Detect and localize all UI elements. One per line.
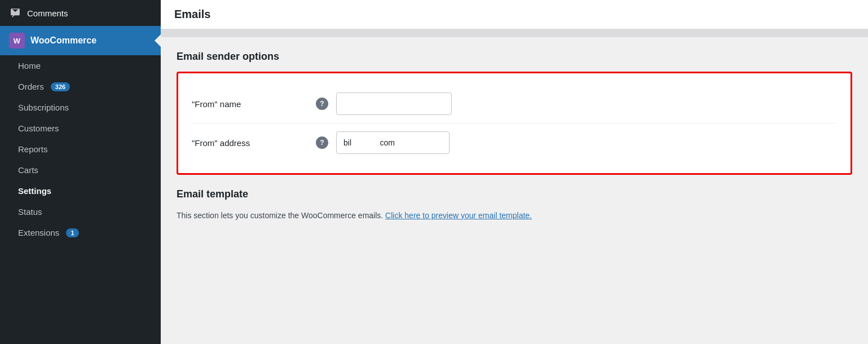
sidebar-item-extensions-badge: 1 [66,228,78,237]
sidebar-item-status-label: Status [18,207,42,217]
sidebar-item-orders[interactable]: Orders326 [0,76,161,97]
page-title-bar: Emails [161,0,868,29]
sidebar-item-reports-label: Reports [18,144,48,154]
sidebar-item-woocommerce[interactable]: W WooCommerce [0,26,161,55]
from-name-help-icon[interactable]: ? [316,98,328,110]
sidebar-nav: HomeOrders326SubscriptionsCustomersRepor… [0,55,161,243]
sidebar-item-carts-label: Carts [18,165,38,175]
email-template-section: Email template This section lets you cus… [177,188,852,222]
sidebar-item-extensions-label: Extensions [18,228,59,237]
from-name-label: "From" name [192,99,316,109]
email-sender-heading: Email sender options [177,51,852,63]
sidebar-item-settings-label: Settings [18,186,51,196]
email-template-heading: Email template [177,188,852,200]
template-description: This section lets you customize the WooC… [177,209,852,222]
from-name-input[interactable] [336,92,452,115]
preview-template-link[interactable]: Click here to preview your email templat… [385,211,532,220]
page-title: Emails [174,8,210,20]
sidebar: Comments W WooCommerce HomeOrders326Subs… [0,0,161,344]
sidebar-item-settings[interactable]: Settings [0,180,161,201]
sidebar-item-subscriptions[interactable]: Subscriptions [0,97,161,118]
sidebar-item-home-label: Home [18,61,41,70]
main-content: Emails Email sender options "From" name … [161,0,868,344]
sidebar-item-orders-badge: 326 [51,82,70,91]
sidebar-item-home[interactable]: Home [0,55,161,76]
woo-icon: W [9,33,25,48]
sidebar-item-comments[interactable]: Comments [0,0,161,26]
comments-label: Comments [27,8,68,18]
content-area: Email sender options "From" name ? "From… [161,37,868,344]
from-address-label: "From" address [192,138,316,148]
top-gray-bar [161,29,868,37]
email-sender-box: "From" name ? "From" address ? [177,72,852,175]
comment-icon [9,7,21,19]
sidebar-item-customers-label: Customers [18,124,59,133]
from-address-row: "From" address ? [192,123,837,162]
sidebar-item-customers[interactable]: Customers [0,118,161,139]
from-address-input[interactable] [336,131,450,154]
woo-label: WooCommerce [30,36,96,46]
sidebar-item-status[interactable]: Status [0,201,161,222]
sidebar-item-extensions[interactable]: Extensions1 [0,222,161,243]
sidebar-item-orders-label: Orders [18,82,44,91]
from-name-row: "From" name ? [192,85,837,123]
from-address-help-icon[interactable]: ? [316,136,328,149]
sidebar-item-subscriptions-label: Subscriptions [18,103,69,112]
sidebar-item-carts[interactable]: Carts [0,160,161,180]
sidebar-item-reports[interactable]: Reports [0,139,161,160]
